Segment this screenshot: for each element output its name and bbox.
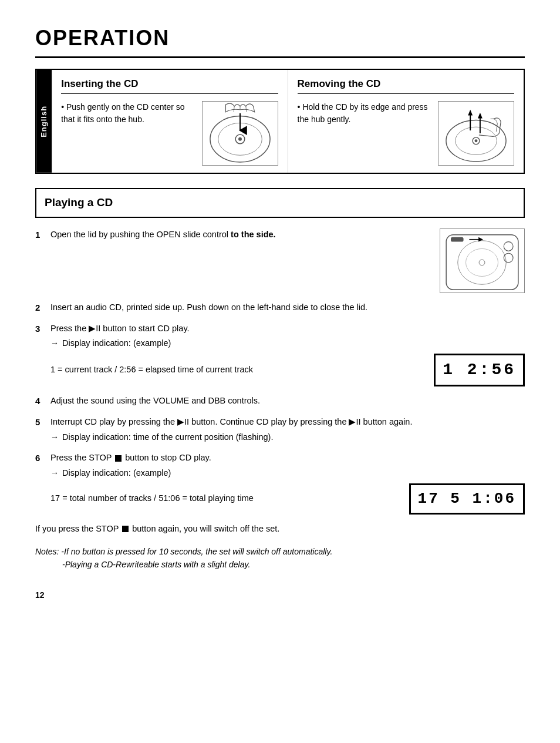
step-1-number: 1: [35, 228, 46, 241]
svg-line-5: [234, 106, 234, 112]
svg-point-19: [504, 253, 513, 263]
if-stop-note: If you press the STOP button again, you …: [35, 523, 525, 536]
svg-point-3: [238, 137, 242, 141]
step-5-sub-text: Display indication: time of the current …: [62, 431, 273, 444]
cd-player-diagram: [440, 228, 525, 293]
step-3-number: 3: [35, 322, 46, 335]
svg-point-17: [479, 260, 485, 265]
step-3-sub-text: Display indication: (example): [62, 337, 171, 350]
step-6-number: 6: [35, 452, 46, 464]
step-2: 2 Insert an audio CD, printed side up. P…: [35, 301, 525, 314]
page-number: 12: [35, 590, 525, 601]
stop-square-note: [122, 526, 129, 532]
step-4-content: Adjust the sound using the VOLUME and DB…: [50, 395, 525, 408]
removing-cd-section: Removing the CD Hold the CD by its edge …: [288, 70, 524, 173]
svg-point-16: [466, 248, 498, 276]
step-4-number: 4: [35, 395, 46, 407]
steps-container: 1 Open the lid by pushing the OPEN slide…: [35, 228, 525, 571]
step-3: 3 Press the ▶II button to start CD play.…: [35, 322, 525, 387]
removing-cd-text: Hold the CD by its edge and press the hu…: [298, 101, 431, 126]
cd-insert-diagram: [202, 101, 278, 166]
display-box-2: 17 5 1:06: [409, 483, 525, 515]
step-3-arrow: →: [50, 337, 59, 349]
top-section: English Inserting the CD Push gently on …: [35, 69, 525, 174]
playing-cd-header: Playing a CD: [45, 195, 515, 211]
removing-cd-header: Removing the CD: [298, 77, 514, 94]
svg-point-15: [458, 240, 506, 284]
inserting-cd-section: Inserting the CD Push gently on the CD c…: [52, 70, 288, 173]
svg-point-11: [475, 139, 478, 142]
step-2-number: 2: [35, 301, 46, 314]
step-5-content: Interrupt CD play by pressing the ▶II bu…: [50, 416, 525, 444]
step-2-content: Insert an audio CD, printed side up. Pus…: [50, 301, 525, 314]
step-3-sub-text2: 1 = current track / 2:56 = elapsed time …: [50, 364, 429, 376]
inserting-cd-text: Push gently on the CD center so that it …: [61, 101, 194, 126]
display-box-1: 1 2:56: [434, 354, 525, 386]
step-3-content: Press the ▶II button to start CD play. →…: [50, 322, 525, 387]
step-6-content: Press the STOP button to stop CD play. →…: [50, 452, 525, 515]
svg-rect-20: [451, 237, 464, 242]
cd-remove-diagram: [438, 101, 514, 166]
svg-point-18: [504, 241, 513, 251]
step-5-number: 5: [35, 416, 46, 428]
step-5-arrow: →: [50, 431, 59, 443]
page-title: OPERATION: [35, 23, 525, 58]
note-2: -Playing a CD-Rewriteable starts with a …: [62, 558, 525, 571]
step-6-sub-text: Display indication: (example): [62, 467, 171, 480]
stop-square-inline: [115, 455, 122, 462]
step-1: 1 Open the lid by pushing the OPEN slide…: [35, 228, 525, 293]
notes-section: Notes: -If no button is pressed for 10 s…: [35, 545, 525, 571]
step-4: 4 Adjust the sound using the VOLUME and …: [35, 395, 525, 408]
step-6: 6 Press the STOP button to stop CD play.…: [35, 452, 525, 515]
svg-line-7: [245, 106, 246, 112]
step-1-content: Open the lid by pushing the OPEN slide c…: [50, 228, 433, 241]
step-5: 5 Interrupt CD play by pressing the ▶II …: [35, 416, 525, 444]
note-1: Notes: -If no button is pressed for 10 s…: [35, 545, 525, 558]
inserting-cd-header: Inserting the CD: [61, 77, 278, 94]
step-6-sub-text2: 17 = total number of tracks / 51:06 = to…: [50, 492, 404, 505]
english-tab: English: [36, 70, 52, 173]
step-6-arrow: →: [50, 467, 59, 479]
playing-cd-section: Playing a CD: [35, 188, 525, 218]
